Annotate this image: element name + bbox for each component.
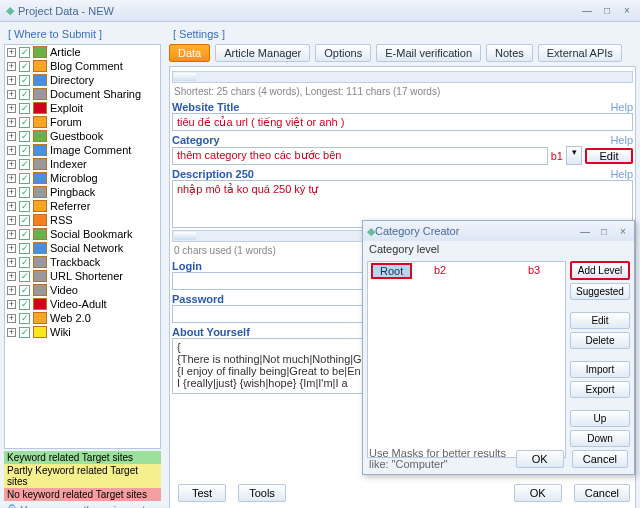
- suggested-button[interactable]: Suggested: [570, 283, 630, 300]
- website-title-input[interactable]: [172, 113, 633, 131]
- expand-icon[interactable]: +: [7, 286, 16, 295]
- expand-icon[interactable]: +: [7, 132, 16, 141]
- expand-icon[interactable]: +: [7, 188, 16, 197]
- root-node[interactable]: Root: [371, 263, 412, 279]
- expand-icon[interactable]: +: [7, 62, 16, 71]
- checkbox[interactable]: ✓: [19, 131, 30, 142]
- tab-e-mail-verification[interactable]: E-Mail verification: [376, 44, 481, 62]
- category-edit-button[interactable]: Edit: [585, 148, 633, 164]
- dialog-maximize[interactable]: □: [597, 224, 611, 238]
- help-link[interactable]: Help: [610, 168, 633, 180]
- ok-button[interactable]: OK: [514, 484, 562, 502]
- expand-icon[interactable]: +: [7, 104, 16, 113]
- category-tree[interactable]: Root b2 b3: [367, 261, 566, 458]
- expand-icon[interactable]: +: [7, 300, 16, 309]
- add-level-button[interactable]: Add Level: [570, 261, 630, 280]
- down-button[interactable]: Down: [570, 430, 630, 447]
- import-button[interactable]: Import: [570, 361, 630, 378]
- tab-options[interactable]: Options: [315, 44, 371, 62]
- checkbox[interactable]: ✓: [19, 89, 30, 100]
- up-button[interactable]: Up: [570, 410, 630, 427]
- checkbox[interactable]: ✓: [19, 75, 30, 86]
- maximize-button[interactable]: □: [600, 4, 614, 18]
- tree-item[interactable]: +✓Blog Comment: [5, 59, 160, 73]
- expand-icon[interactable]: +: [7, 272, 16, 281]
- expand-icon[interactable]: +: [7, 230, 16, 239]
- tree-item[interactable]: +✓Document Sharing: [5, 87, 160, 101]
- expand-icon[interactable]: +: [7, 160, 16, 169]
- checkbox[interactable]: ✓: [19, 47, 30, 58]
- checkbox[interactable]: ✓: [19, 271, 30, 282]
- expand-icon[interactable]: +: [7, 48, 16, 57]
- tree-item[interactable]: +✓Social Bookmark: [5, 227, 160, 241]
- tree-item[interactable]: +✓Web 2.0: [5, 311, 160, 325]
- minimize-button[interactable]: —: [580, 4, 594, 18]
- checkbox[interactable]: ✓: [19, 159, 30, 170]
- checkbox[interactable]: ✓: [19, 201, 30, 212]
- checkbox[interactable]: ✓: [19, 215, 30, 226]
- checkbox[interactable]: ✓: [19, 327, 30, 338]
- checkbox[interactable]: ✓: [19, 285, 30, 296]
- expand-icon[interactable]: +: [7, 76, 16, 85]
- tree-item[interactable]: +✓Article: [5, 45, 160, 59]
- tree-item[interactable]: +✓Forum: [5, 115, 160, 129]
- checkbox[interactable]: ✓: [19, 257, 30, 268]
- top-scrollbar[interactable]: [172, 71, 633, 83]
- checkbox[interactable]: ✓: [19, 299, 30, 310]
- edit-button[interactable]: Edit: [570, 312, 630, 329]
- tree-item[interactable]: +✓Exploit: [5, 101, 160, 115]
- checkbox[interactable]: ✓: [19, 103, 30, 114]
- tab-article-manager[interactable]: Article Manager: [215, 44, 310, 62]
- expand-icon[interactable]: +: [7, 244, 16, 253]
- tree-item[interactable]: +✓Social Network: [5, 241, 160, 255]
- export-button[interactable]: Export: [570, 381, 630, 398]
- expand-icon[interactable]: +: [7, 328, 16, 337]
- tree-item[interactable]: +✓Guestbook: [5, 129, 160, 143]
- tab-external-apis[interactable]: External APIs: [538, 44, 622, 62]
- expand-icon[interactable]: +: [7, 216, 16, 225]
- expand-icon[interactable]: +: [7, 146, 16, 155]
- checkbox[interactable]: ✓: [19, 145, 30, 156]
- dialog-ok-button[interactable]: OK: [516, 450, 564, 468]
- help-link[interactable]: Help: [610, 134, 633, 146]
- checkbox[interactable]: ✓: [19, 173, 30, 184]
- close-button[interactable]: ×: [620, 4, 634, 18]
- checkbox[interactable]: ✓: [19, 243, 30, 254]
- help-link[interactable]: Help: [610, 101, 633, 113]
- tree-item[interactable]: +✓URL Shortener: [5, 269, 160, 283]
- tab-notes[interactable]: Notes: [486, 44, 533, 62]
- checkbox[interactable]: ✓: [19, 187, 30, 198]
- checkbox[interactable]: ✓: [19, 229, 30, 240]
- expand-icon[interactable]: +: [7, 90, 16, 99]
- checkbox[interactable]: ✓: [19, 61, 30, 72]
- expand-icon[interactable]: +: [7, 174, 16, 183]
- tree-item[interactable]: +✓Video-Adult: [5, 297, 160, 311]
- checkbox[interactable]: ✓: [19, 313, 30, 324]
- tree-item[interactable]: +✓Microblog: [5, 171, 160, 185]
- category-input[interactable]: [172, 147, 548, 165]
- tree-item[interactable]: +✓Image Comment: [5, 143, 160, 157]
- tab-data[interactable]: Data: [169, 44, 210, 62]
- tree-item[interactable]: +✓Referrer: [5, 199, 160, 213]
- tree-item[interactable]: +✓Video: [5, 283, 160, 297]
- checkbox[interactable]: ✓: [19, 117, 30, 128]
- tree-item[interactable]: +✓Indexer: [5, 157, 160, 171]
- tree-item[interactable]: +✓Wiki: [5, 325, 160, 339]
- dialog-close[interactable]: ×: [616, 224, 630, 238]
- category-dropdown-button[interactable]: ▾: [566, 146, 582, 165]
- dialog-minimize[interactable]: —: [578, 224, 592, 238]
- submit-tree[interactable]: +✓Article+✓Blog Comment+✓Directory+✓Docu…: [4, 44, 161, 449]
- test-button[interactable]: Test: [178, 484, 226, 502]
- cancel-button[interactable]: Cancel: [574, 484, 630, 502]
- expand-icon[interactable]: +: [7, 118, 16, 127]
- dialog-cancel-button[interactable]: Cancel: [572, 450, 628, 468]
- tree-item[interactable]: +✓Trackback: [5, 255, 160, 269]
- expand-icon[interactable]: +: [7, 202, 16, 211]
- tree-item[interactable]: +✓RSS: [5, 213, 160, 227]
- tree-item[interactable]: +✓Pingback: [5, 185, 160, 199]
- tools-button[interactable]: Tools: [238, 484, 286, 502]
- expand-icon[interactable]: +: [7, 314, 16, 323]
- tree-item[interactable]: +✓Directory: [5, 73, 160, 87]
- delete-button[interactable]: Delete: [570, 332, 630, 349]
- expand-icon[interactable]: +: [7, 258, 16, 267]
